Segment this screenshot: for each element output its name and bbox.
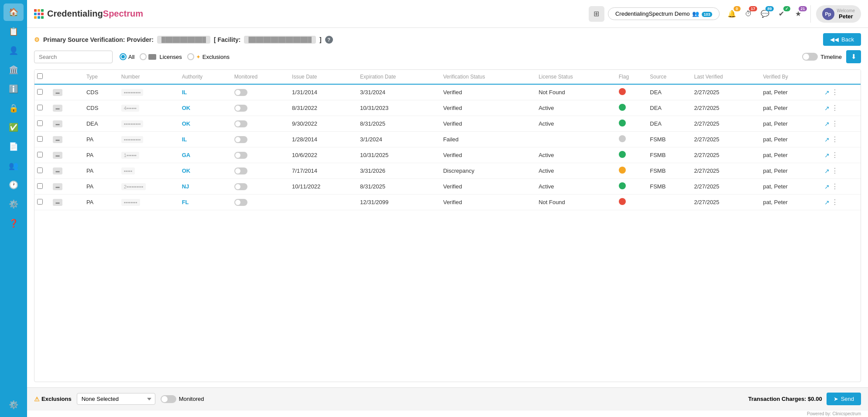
more-options-icon[interactable]: ⋮ <box>831 135 838 144</box>
filter-exclusions[interactable]: ✦ Exclusions <box>187 53 230 60</box>
sidebar-item-lock[interactable]: 🔒 <box>3 99 24 117</box>
row-verification-status: Failed <box>440 132 536 147</box>
row-source: DEA <box>647 116 691 132</box>
star-icon-button[interactable]: ★ 21 <box>791 7 805 21</box>
row-type: PA <box>84 147 119 163</box>
filter-licenses[interactable]: Licenses <box>140 53 182 60</box>
monitored-row-toggle[interactable] <box>234 167 247 174</box>
monitored-row-toggle[interactable] <box>234 183 247 190</box>
row-checkbox[interactable] <box>37 152 43 157</box>
row-type: DEA <box>84 116 119 132</box>
card-icon: ▬ <box>53 136 62 143</box>
more-options-icon[interactable]: ⋮ <box>831 167 838 175</box>
sidebar-item-info[interactable]: ℹ️ <box>3 80 24 98</box>
external-link-icon[interactable]: ↗ <box>824 199 830 206</box>
sidebar: 🏠 📋 👤 🏛️ ℹ️ 🔒 ✅ 📄 👥 🕐 ⚙️ ❓ ⚙️ <box>0 0 27 417</box>
row-checkbox[interactable] <box>37 105 43 110</box>
row-type: CDS <box>84 84 119 100</box>
row-checkbox[interactable] <box>37 183 43 189</box>
sidebar-item-users[interactable]: 👥 <box>3 157 24 174</box>
more-options-icon[interactable]: ⋮ <box>831 104 838 112</box>
filter-all[interactable]: All <box>120 53 134 60</box>
licenses-radio[interactable] <box>140 53 147 60</box>
monitored-row-toggle[interactable] <box>234 152 247 159</box>
page-title: Primary Source Verification: Provider: <box>43 36 154 43</box>
search-input[interactable] <box>34 51 113 63</box>
more-options-icon[interactable]: ⋮ <box>831 88 838 96</box>
row-type: PA <box>84 195 119 210</box>
monitored-row-toggle[interactable] <box>234 89 247 96</box>
monitored-row-toggle[interactable] <box>234 136 247 143</box>
people-icon: 👥 <box>692 10 699 17</box>
user-menu-button[interactable]: Pp Welcome Peter <box>816 5 861 23</box>
row-card-icon-cell: ▬ <box>50 84 84 100</box>
back-button[interactable]: ◀◀ Back <box>823 33 861 46</box>
monitored-switch[interactable] <box>161 395 176 403</box>
row-checkbox[interactable] <box>37 167 43 173</box>
row-checkbox[interactable] <box>37 136 43 142</box>
help-icon-button[interactable]: ? <box>325 36 333 44</box>
sidebar-item-building[interactable]: 🏛️ <box>3 61 24 79</box>
external-link-icon[interactable]: ↗ <box>824 105 830 112</box>
all-radio[interactable] <box>120 53 127 60</box>
table-row: ▬ PA •••••••••• IL 1/28/2014 3/1/2024 Fa… <box>34 132 861 147</box>
external-link-icon[interactable]: ↗ <box>824 183 830 190</box>
monitored-row-toggle[interactable] <box>234 199 247 206</box>
external-link-icon[interactable]: ↗ <box>824 136 830 143</box>
row-expiration-date: 8/31/2025 <box>357 179 440 195</box>
sidebar-item-history[interactable]: 🕐 <box>3 176 24 194</box>
message-icon-button[interactable]: 💬 89 <box>758 7 772 21</box>
row-checkbox[interactable] <box>37 120 43 126</box>
row-verification-status: Verified <box>440 116 536 132</box>
download-button[interactable]: ⬇ <box>846 50 861 63</box>
row-checkbox[interactable] <box>37 89 43 95</box>
row-type: PA <box>84 132 119 147</box>
timer-icon-button[interactable]: ⏱ 17 <box>741 7 755 21</box>
sidebar-item-check[interactable]: ✅ <box>3 119 24 136</box>
row-actions-cell: ↗ ⋮ <box>822 179 861 195</box>
external-link-icon[interactable]: ↗ <box>824 120 830 127</box>
row-number: ••••• <box>119 163 179 179</box>
sidebar-item-settings[interactable]: ⚙️ <box>3 195 24 213</box>
data-table: Type Number Authority Monitored Issue Da… <box>34 70 861 210</box>
row-authority: NJ <box>179 179 232 195</box>
timeline-switch[interactable] <box>802 53 818 61</box>
exclusions-radio[interactable] <box>187 53 194 60</box>
select-all-checkbox[interactable] <box>37 73 43 79</box>
monitored-row-toggle[interactable] <box>234 120 247 127</box>
data-table-wrapper: Type Number Authority Monitored Issue Da… <box>34 69 861 382</box>
row-expiration-date: 3/1/2024 <box>357 132 440 147</box>
table-row: ▬ PA ••••• OK 7/17/2014 3/31/2026 Discre… <box>34 163 861 179</box>
exclusion-dropdown[interactable]: None Selected <box>77 393 155 405</box>
card-icon: ▬ <box>53 105 62 112</box>
sidebar-item-home[interactable]: 🏠 <box>3 3 24 21</box>
timer-badge: 17 <box>749 6 757 11</box>
sidebar-item-doc[interactable]: 📄 <box>3 138 24 155</box>
more-options-icon[interactable]: ⋮ <box>831 151 838 159</box>
monitored-row-toggle[interactable] <box>234 105 247 112</box>
sidebar-item-settings2[interactable]: ⚙️ <box>3 396 24 414</box>
more-options-icon[interactable]: ⋮ <box>831 120 838 128</box>
sidebar-item-person[interactable]: 👤 <box>3 42 24 59</box>
row-issue-date: 9/30/2022 <box>289 116 357 132</box>
flag-dot <box>619 135 626 142</box>
flag-dot <box>619 151 626 158</box>
row-monitored <box>232 132 289 147</box>
external-link-icon[interactable]: ↗ <box>824 152 830 159</box>
sidebar-item-help[interactable]: ❓ <box>3 215 24 232</box>
row-expiration-date: 12/31/2099 <box>357 195 440 210</box>
sidebar-item-clipboard[interactable]: 📋 <box>3 23 24 40</box>
divider <box>810 5 811 23</box>
demo-selector-button[interactable]: CredentialingSpectrum Demo 👥 103 <box>608 7 720 20</box>
bell-icon-button[interactable]: 🔔 0 <box>725 7 739 21</box>
check-icon-button[interactable]: ✔ ✓ <box>775 7 789 21</box>
row-checkbox[interactable] <box>37 199 43 205</box>
more-options-icon[interactable]: ⋮ <box>831 198 838 206</box>
send-button[interactable]: ➤ Send <box>827 393 861 405</box>
row-card-icon-cell: ▬ <box>50 100 84 116</box>
external-link-icon[interactable]: ↗ <box>824 89 830 96</box>
grid-view-button[interactable]: ⊞ <box>589 6 604 22</box>
more-options-icon[interactable]: ⋮ <box>831 182 838 191</box>
notification-area: 🔔 0 ⏱ 17 💬 89 ✔ ✓ ★ 21 <box>725 7 805 21</box>
external-link-icon[interactable]: ↗ <box>824 167 830 174</box>
